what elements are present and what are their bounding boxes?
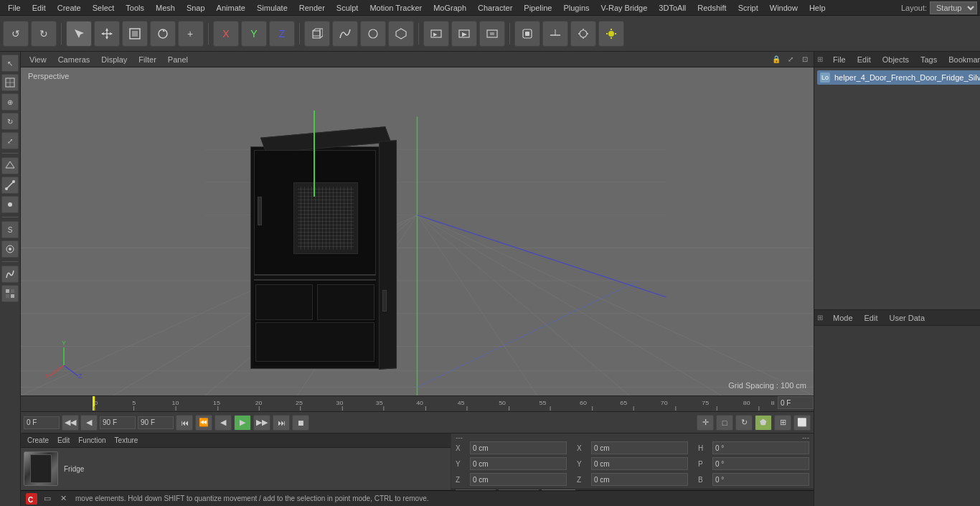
b-input[interactable] [712, 473, 809, 486]
timeline[interactable]: 0 5 10 15 20 [21, 395, 814, 411]
cameras-tab[interactable]: Cameras [52, 54, 96, 65]
menu-motion-tracker[interactable]: Motion Tracker [364, 2, 427, 14]
menu-file[interactable]: File [3, 2, 26, 14]
y-coord-input[interactable] [470, 457, 567, 470]
display-tab[interactable]: Display [95, 54, 133, 65]
deformer-button[interactable] [388, 21, 414, 47]
menu-mograph[interactable]: MoGraph [428, 2, 471, 14]
menu-pipeline[interactable]: Pipeline [519, 2, 557, 14]
sidebar-icon-select[interactable]: ↖ [1, 55, 19, 72]
mat-create-btn[interactable]: Create [24, 436, 52, 445]
light-button[interactable] [598, 21, 624, 47]
auto-key-button[interactable]: ↻ [735, 415, 753, 431]
play-fast-button[interactable]: ▶▶ [253, 415, 270, 431]
menu-animate[interactable]: Animate [212, 2, 250, 14]
menu-mesh[interactable]: Mesh [151, 2, 180, 14]
menu-render[interactable]: Render [294, 2, 330, 14]
mat-edit-btn[interactable]: Edit [54, 436, 73, 445]
obj-objects-btn[interactable]: Objects [878, 55, 913, 65]
frame-back-button[interactable]: ◀◀ [62, 415, 79, 431]
view-tab[interactable]: View [24, 54, 52, 65]
sky-button[interactable] [570, 21, 596, 47]
x-coord-input[interactable] [470, 441, 567, 454]
layout-select[interactable]: Startup [930, 1, 977, 14]
menu-window[interactable]: Window [765, 2, 803, 14]
sidebar-icon-polygon[interactable] [1, 157, 19, 174]
create-button[interactable]: + [178, 21, 204, 47]
menu-create[interactable]: Create [52, 2, 86, 14]
step-back-button[interactable]: ◀ [80, 415, 98, 431]
menu-select[interactable]: Select [88, 2, 120, 14]
y-size-input[interactable] [591, 457, 688, 470]
menu-help[interactable]: Help [804, 2, 831, 14]
preview-button[interactable]: ⬟ [755, 415, 772, 431]
select-tool-button[interactable] [66, 21, 92, 47]
mat-texture-btn[interactable]: Texture [111, 436, 142, 445]
start-frame-input[interactable] [24, 416, 60, 429]
sidebar-icon-move[interactable]: ⊕ [1, 93, 19, 111]
menu-3dtoall[interactable]: 3DToAll [654, 2, 691, 14]
step-prev-button[interactable]: ⏪ [195, 415, 212, 431]
vp-fullscreen-icon[interactable]: ⊡ [799, 54, 811, 65]
play-forward-button[interactable]: ▶ [234, 415, 251, 431]
z-size-input[interactable] [591, 473, 688, 486]
render-button[interactable] [451, 21, 477, 47]
menu-character[interactable]: Character [473, 2, 517, 14]
sidebar-icon-point[interactable] [1, 196, 19, 213]
menu-redshift[interactable]: Redshift [692, 2, 731, 14]
floor-button[interactable] [542, 21, 568, 47]
sidebar-icon-rotate[interactable]: ↻ [1, 113, 19, 130]
move-tool-button[interactable] [94, 21, 120, 47]
add-key-button[interactable]: ✛ [697, 415, 714, 431]
stop-button[interactable]: ⏹ [292, 415, 309, 431]
max-frame-input[interactable] [138, 416, 174, 429]
end-frame-input[interactable] [100, 416, 136, 429]
goto-end-button[interactable]: ⏭ [273, 415, 290, 431]
h-input[interactable] [712, 441, 809, 454]
status-icon-cinema4d[interactable]: C [25, 492, 38, 505]
rotate-tool-button[interactable] [150, 21, 176, 47]
obj-file-btn[interactable]: File [829, 55, 850, 65]
z-axis-button[interactable]: Z [269, 21, 295, 47]
y-axis-button[interactable]: Y [241, 21, 267, 47]
menu-plugins[interactable]: Plugins [558, 2, 594, 14]
mat-function-btn[interactable]: Function [75, 436, 109, 445]
current-frame-input[interactable] [778, 396, 814, 409]
3d-viewport[interactable]: Perspective Grid Spacing : 100 cm X Z Y [21, 67, 814, 395]
filter-tab[interactable]: Filter [133, 54, 161, 65]
vp-lock-icon[interactable]: 🔒 [771, 54, 782, 65]
timeline-options-button[interactable]: ⬜ [793, 415, 811, 431]
obj-tags-btn[interactable]: Tags [916, 55, 941, 65]
render-settings-button[interactable] [479, 21, 505, 47]
x-size-input[interactable] [591, 441, 688, 454]
obj-bookmarks-btn[interactable]: Bookmarks [944, 55, 980, 65]
sidebar-icon-mesh[interactable] [1, 74, 19, 91]
sidebar-icon-snap[interactable]: S [1, 221, 19, 238]
menu-simulate[interactable]: Simulate [252, 2, 293, 14]
attrs-edit-btn[interactable]: Edit [860, 313, 882, 323]
sidebar-icon-scale[interactable]: ⤢ [1, 132, 19, 149]
undo-button[interactable]: ↺ [3, 21, 29, 47]
menu-edit[interactable]: Edit [27, 2, 51, 14]
obj-edit-btn[interactable]: Edit [853, 55, 875, 65]
menu-script[interactable]: Script [733, 2, 763, 14]
attrs-mode-btn[interactable]: Mode [829, 313, 857, 323]
attrs-userdata-btn[interactable]: User Data [885, 313, 930, 323]
redo-button[interactable]: ↻ [31, 21, 57, 47]
cube-button[interactable] [304, 21, 330, 47]
object-mode-button[interactable] [514, 21, 540, 47]
sidebar-icon-edge[interactable] [1, 177, 19, 194]
sidebar-icon-texture[interactable] [1, 285, 19, 302]
menu-tools[interactable]: Tools [121, 2, 149, 14]
timeline-grid-button[interactable]: ⊞ [774, 415, 791, 431]
menu-snap[interactable]: Snap [182, 2, 210, 14]
panel-tab[interactable]: Panel [162, 54, 194, 65]
goto-start-button[interactable]: ⏮ [176, 415, 193, 431]
record-button[interactable]: □ [716, 415, 733, 431]
material-thumbnail[interactable] [24, 451, 58, 486]
scale-tool-button[interactable] [122, 21, 148, 47]
sidebar-icon-sculpt[interactable] [1, 266, 19, 283]
status-minimize-button[interactable]: ▭ [41, 492, 54, 505]
render-region-button[interactable]: ▶ [423, 21, 449, 47]
p-input[interactable] [712, 457, 809, 470]
